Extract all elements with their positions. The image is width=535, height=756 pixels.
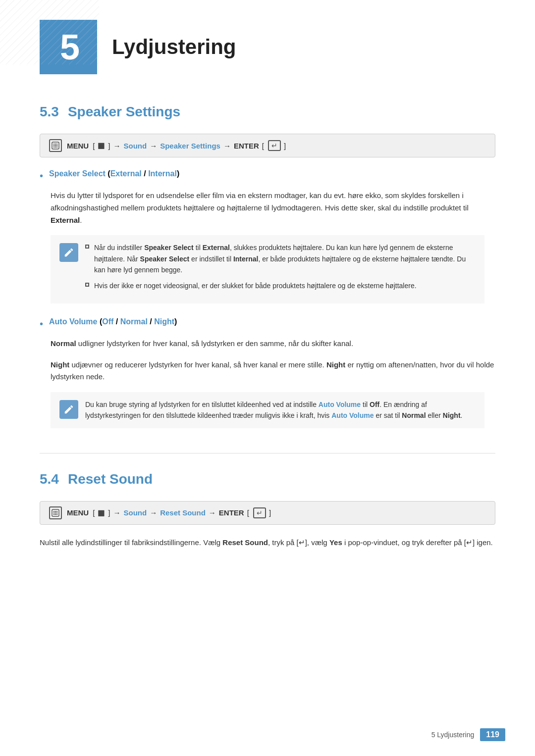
svg-rect-5 bbox=[56, 144, 57, 145]
sub-bullet-1: Når du indstiller Speaker Select til Ext… bbox=[85, 242, 476, 275]
enter-bracket-close-5-3: ] bbox=[284, 142, 286, 150]
menu-bracket-open-5-3: [ bbox=[93, 142, 95, 150]
menu-submenu-5-4: Reset Sound bbox=[160, 508, 206, 517]
note-box-speaker-select: Når du indstiller Speaker Select til Ext… bbox=[51, 235, 484, 303]
section-5-3: 5.3 Speaker Settings MENU bbox=[40, 104, 495, 428]
menu-remote-icon-2 bbox=[49, 506, 62, 519]
note-pencil-icon bbox=[59, 243, 78, 262]
chapter-title: Lydjustering bbox=[112, 35, 236, 59]
svg-rect-17 bbox=[55, 512, 56, 513]
note-content-auto-volume: Du kan bruge styring af lydstyrken for e… bbox=[85, 399, 476, 421]
svg-rect-10 bbox=[55, 147, 56, 148]
svg-rect-7 bbox=[55, 145, 56, 146]
menu-path-5-3: MENU [ ▦ ] → Sound → Speaker Settings → … bbox=[40, 134, 495, 157]
note-box-auto-volume: Du kan bruge styring af lydstyrken for e… bbox=[51, 392, 484, 428]
menu-submenu-5-3: Speaker Settings bbox=[160, 142, 220, 150]
section-title-5-4: Reset Sound bbox=[68, 471, 153, 487]
chapter-header: 5 Lydjustering bbox=[40, 20, 495, 74]
svg-rect-11 bbox=[56, 147, 57, 148]
auto-volume-body1: Normal udligner lydstyrken for hver kana… bbox=[51, 338, 495, 350]
menu-grid-icon-5-4: ▦ bbox=[98, 508, 105, 517]
section-title-5-3: Speaker Settings bbox=[68, 104, 180, 120]
svg-rect-6 bbox=[54, 145, 54, 146]
sub-bullet-square-2 bbox=[85, 283, 89, 287]
svg-rect-16 bbox=[54, 512, 54, 513]
menu-enter-label-5-3: ENTER bbox=[234, 142, 259, 150]
menu-arrow2-5-4: → bbox=[150, 508, 157, 517]
section-number-5-3: 5.3 bbox=[40, 104, 59, 120]
bullet-auto-volume: • Auto Volume (Off / Normal / Night) Nor… bbox=[40, 317, 495, 428]
enter-bracket-open-5-3: [ bbox=[262, 142, 264, 150]
menu-sound-5-3: Sound bbox=[124, 142, 147, 150]
footer-page-number: 119 bbox=[480, 728, 505, 741]
menu-label-5-4: MENU bbox=[67, 508, 89, 517]
chapter-number: 5 bbox=[43, 20, 97, 74]
menu-grid-icon-5-3: ▦ bbox=[98, 141, 105, 150]
menu-arrow2-5-3: → bbox=[150, 142, 157, 150]
enter-bracket-open-5-4: [ bbox=[247, 508, 249, 517]
menu-arrow3-5-3: → bbox=[223, 142, 231, 150]
svg-rect-20 bbox=[55, 514, 56, 515]
footer-chapter-label: 5 Lydjustering bbox=[431, 731, 475, 739]
menu-path-5-4: MENU [ ▦ ] → Sound → Reset Sound → ENTER… bbox=[40, 501, 495, 525]
section-number-5-4: 5.4 bbox=[40, 471, 59, 487]
menu-sound-5-4: Sound bbox=[124, 508, 147, 517]
section-5-4: 5.4 Reset Sound MENU [ bbox=[40, 471, 495, 549]
speaker-select-body: Hvis du lytter til lydsporet for en udse… bbox=[51, 190, 495, 226]
bullet-dot-2: • bbox=[40, 318, 43, 330]
menu-remote-icon bbox=[49, 139, 62, 152]
enter-icon-5-4: ↵ bbox=[253, 507, 266, 518]
note-pencil-icon-2 bbox=[59, 400, 78, 419]
svg-rect-14 bbox=[55, 511, 56, 512]
svg-rect-19 bbox=[54, 514, 54, 515]
svg-rect-15 bbox=[56, 511, 57, 512]
bullet-item-speaker-select: • Speaker Select (External / Internal) bbox=[40, 169, 495, 182]
page: 5 Lydjustering 5.3 Speaker Settings bbox=[0, 0, 535, 756]
menu-bracket-open-5-4: [ bbox=[93, 508, 95, 517]
section-rule bbox=[40, 453, 495, 454]
menu-arrow3-5-4: → bbox=[209, 508, 216, 517]
svg-rect-13 bbox=[54, 511, 54, 512]
bullet-item-auto-volume: • Auto Volume (Off / Normal / Night) bbox=[40, 317, 495, 330]
bullet-dot-1: • bbox=[40, 170, 43, 182]
svg-rect-18 bbox=[56, 512, 57, 513]
menu-label-5-3: MENU bbox=[67, 142, 89, 150]
menu-enter-label-5-4: ENTER bbox=[219, 508, 244, 517]
svg-rect-4 bbox=[55, 144, 56, 145]
footer: 5 Lydjustering 119 bbox=[431, 728, 505, 741]
svg-rect-21 bbox=[56, 514, 57, 515]
enter-bracket-close-5-4: ] bbox=[269, 508, 271, 517]
note-content-speaker-select: Når du indstiller Speaker Select til Ext… bbox=[85, 242, 476, 297]
svg-rect-8 bbox=[56, 145, 57, 146]
auto-volume-body2: Night udjævner og reducerer lydstyrken f… bbox=[51, 359, 495, 384]
menu-bracket-close-5-3: ] bbox=[108, 142, 110, 150]
bullet-label-speaker-select: Speaker Select (External / Internal) bbox=[49, 169, 179, 178]
sub-bullet-square-1 bbox=[85, 245, 89, 249]
section-heading-5-4: 5.4 Reset Sound bbox=[40, 471, 495, 487]
enter-icon-5-3: ↵ bbox=[268, 140, 281, 151]
section-heading-5-3: 5.3 Speaker Settings bbox=[40, 104, 495, 120]
menu-arrow1-5-3: → bbox=[113, 142, 121, 150]
svg-rect-3 bbox=[54, 144, 54, 145]
reset-sound-body: Nulstil alle lydindstillinger til fabrik… bbox=[40, 537, 495, 549]
bullet-label-auto-volume: Auto Volume (Off / Normal / Night) bbox=[49, 317, 177, 326]
menu-bracket-close-5-4: ] bbox=[108, 508, 110, 517]
bullet-speaker-select: • Speaker Select (External / Internal) H… bbox=[40, 169, 495, 303]
svg-rect-9 bbox=[54, 147, 54, 148]
menu-arrow1-5-4: → bbox=[113, 508, 121, 517]
sub-bullet-2: Hvis der ikke er noget videosignal, er d… bbox=[85, 280, 476, 291]
